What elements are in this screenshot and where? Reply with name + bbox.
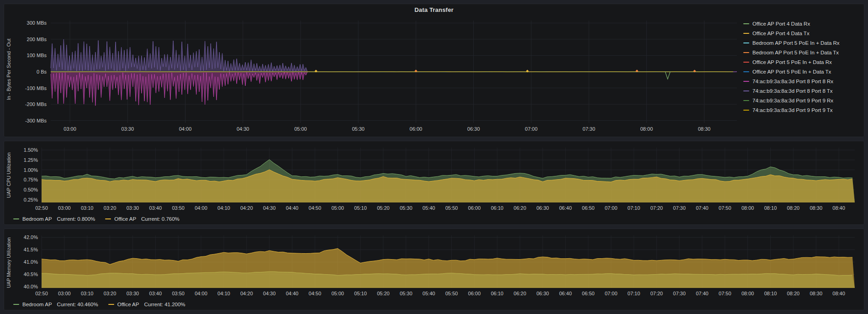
memory-chart[interactable]: 02:5003:0003:1003:2003:3003:4003:5004:00… [12,232,860,298]
y-tick-label: 1.50% [24,147,38,153]
x-tick-label: 08:00 [741,291,754,296]
x-tick-label: 06:50 [582,205,595,211]
x-tick-label: 03:40 [149,291,162,296]
panel-data-transfer: Data Transfer In - Bytes Per Second - Ou… [4,4,864,137]
y-tick-label: 300 MBs [27,20,47,26]
legend-series-name: 74:ac:b9:3a:8a:3d Port 8 Port 8 Rx [752,78,833,85]
x-tick-label: 06:00 [410,126,423,132]
x-tick-label: 07:00 [605,205,618,211]
legend-current-value: Current: 0.800% [57,216,95,222]
y-tick-label: 1.00% [24,167,38,173]
legend-series-name: 74:ac:b9:3a:8a:3d Port 9 Port 9 Rx [752,97,833,104]
legend-item-office-ap-port-4-data-tx[interactable]: Office AP Port 4 Data Tx [743,30,859,37]
memory-plot-area[interactable]: 02:5003:0003:1003:2003:3003:4003:5004:00… [12,232,860,298]
y-tick-label: 100 MBs [27,53,47,58]
legend-item-bedroom-ap-port-5-poe-in-data-rx[interactable]: Bedroom AP Port 5 PoE In + Data Rx [743,40,859,46]
x-tick-label: 07:50 [719,205,731,211]
data-transfer-plot-area[interactable]: 03:0003:3004:0004:3005:0005:3006:0006:30… [12,16,741,135]
legend-item-74-ac-b9-3a-8a-3d-port-8-port-8-rx[interactable]: 74:ac:b9:3a:8a:3d Port 8 Port 8 Rx [743,78,859,85]
x-tick-label: 07:00 [525,126,538,132]
x-tick-label: 03:00 [58,205,71,211]
y-tick-label: -200 MBs [25,101,47,107]
panel-title-data-transfer[interactable]: Data Transfer [4,6,864,13]
legend-current-value: Current: 40.460% [57,301,98,308]
legend-item-bedroom-ap[interactable]: Bedroom APCurrent: 40.460% [13,301,98,308]
x-tick-label: 04:00 [179,126,192,132]
x-tick-label: 08:10 [764,205,777,211]
legend-series-name: Office AP [117,301,139,308]
data-transfer-chart[interactable]: 03:0003:3004:0004:3005:0005:3006:0006:30… [12,16,741,135]
x-tick-label: 08:20 [787,291,800,296]
y-axis-label-cpu: UAP CPU Utilization [5,144,12,206]
x-tick-label: 07:20 [650,205,663,211]
legend-current-value: Current: 41.200% [144,301,185,308]
x-tick-label: 04:00 [195,205,207,211]
x-tick-label: 03:00 [64,126,76,132]
x-tick-label: 05:40 [423,205,435,211]
series-fill-74-ac-b9-3a-8a-3d-port-8-port-8-rx [51,72,737,106]
x-tick-label: 03:10 [81,291,94,296]
x-tick-label: 07:20 [650,291,663,296]
grafana-dashboard: Data Transfer In - Bytes Per Second - Ou… [0,0,868,314]
x-tick-label: 05:50 [445,291,458,296]
legend-item-office-ap[interactable]: Office APCurrent: 41.200% [108,301,185,308]
x-tick-label: 02:50 [35,291,48,296]
x-tick-label: 06:30 [536,291,549,296]
x-tick-label: 04:00 [195,291,207,296]
legend-item-office-ap-port-4-data-rx[interactable]: Office AP Port 4 Data Rx [743,21,859,27]
x-tick-label: 05:00 [294,126,307,132]
x-tick-label: 04:30 [263,205,276,211]
x-tick-label: 08:10 [764,291,777,296]
x-tick-label: 05:00 [331,291,344,296]
legend-item-office-ap[interactable]: Office APCurrent: 0.760% [105,216,179,222]
x-tick-label: 06:40 [559,291,572,296]
legend-color-dash [743,52,749,53]
y-tick-label: 1.25% [24,157,38,163]
x-tick-label: 06:20 [513,291,526,296]
x-tick-label: 04:20 [240,291,253,296]
x-tick-label: 07:30 [673,291,686,296]
x-tick-label: 05:30 [400,291,413,296]
x-tick-label: 03:30 [122,126,134,132]
x-tick-label: 06:00 [468,205,481,211]
legend-current-value: Current: 0.760% [141,216,180,222]
y-tick-label: 41.5% [24,247,38,252]
legend-series-name: Bedroom AP Port 5 PoE In + Data Tx [752,49,839,56]
legend-series-name: Office AP Port 5 PoE In + Data Rx [752,59,832,65]
legend-color-dash [743,90,749,91]
x-tick-label: 03:30 [127,205,139,211]
data-transfer-legend: Office AP Port 4 Data RxOffice AP Port 4… [743,21,859,113]
legend-item-bedroom-ap[interactable]: Bedroom APCurrent: 0.800% [13,216,95,222]
y-tick-label: 0 Bs [37,69,47,75]
x-tick-label: 08:40 [832,291,845,296]
y-tick-label: -100 MBs [25,85,47,91]
legend-color-dash [743,81,749,82]
legend-item-74-ac-b9-3a-8a-3d-port-8-port-8-tx[interactable]: 74:ac:b9:3a:8a:3d Port 8 Port 8 Tx [743,88,859,94]
legend-item-office-ap-port-5-poe-in-data-tx[interactable]: Office AP Port 5 PoE In + Data Tx [743,69,859,75]
x-tick-label: 04:50 [309,205,322,211]
x-tick-label: 08:30 [810,291,822,296]
legend-color-dash [743,23,749,24]
x-tick-label: 07:30 [582,126,595,132]
panel-uap-cpu-utilization: UAP CPU Utilization 02:5003:0003:1003:20… [4,141,864,225]
legend-item-bedroom-ap-port-5-poe-in-data-tx[interactable]: Bedroom AP Port 5 PoE In + Data Tx [743,49,859,56]
legend-item-office-ap-port-5-poe-in-data-rx[interactable]: Office AP Port 5 PoE In + Data Rx [743,59,859,65]
legend-series-name: Office AP Port 5 PoE In + Data Tx [752,69,831,75]
x-tick-label: 08:40 [832,205,845,211]
legend-series-name: Bedroom AP Port 5 PoE In + Data Rx [752,40,840,46]
y-axis-label-data-transfer: In - Bytes Per Second - Out [5,18,12,121]
memory-legend: Bedroom APCurrent: 40.460%Office APCurre… [13,301,185,308]
cpu-plot-area[interactable]: 02:5003:0003:1003:2003:3003:4003:5004:00… [12,144,860,213]
legend-item-74-ac-b9-3a-8a-3d-port-9-port-9-rx[interactable]: 74:ac:b9:3a:8a:3d Port 9 Port 9 Rx [743,97,859,104]
legend-series-name: Office AP Port 4 Data Tx [752,30,810,37]
x-tick-label: 05:10 [354,291,367,296]
x-tick-label: 07:30 [673,205,686,211]
legend-series-name: Bedroom AP [22,301,52,308]
series-fill-office-ap [42,249,855,288]
legend-color-dash [743,110,749,111]
cpu-chart[interactable]: 02:5003:0003:1003:2003:3003:4003:5004:00… [12,144,860,213]
x-tick-label: 08:30 [810,205,822,211]
legend-color-dash [743,100,749,101]
cpu-legend: Bedroom APCurrent: 0.800%Office APCurren… [13,215,180,223]
legend-item-74-ac-b9-3a-8a-3d-port-9-port-9-tx[interactable]: 74:ac:b9:3a:8a:3d Port 9 Port 9 Tx [743,107,859,113]
